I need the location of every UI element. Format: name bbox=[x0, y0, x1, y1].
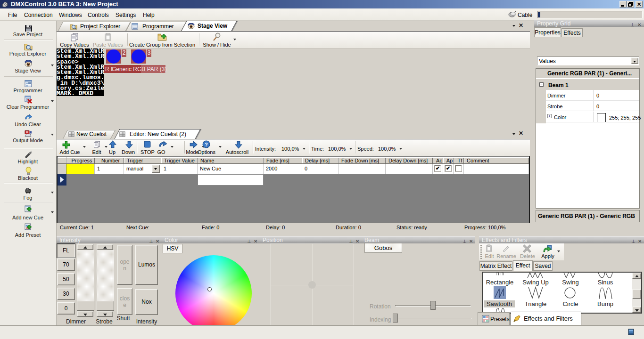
svg-text:?: ? bbox=[205, 142, 207, 147]
